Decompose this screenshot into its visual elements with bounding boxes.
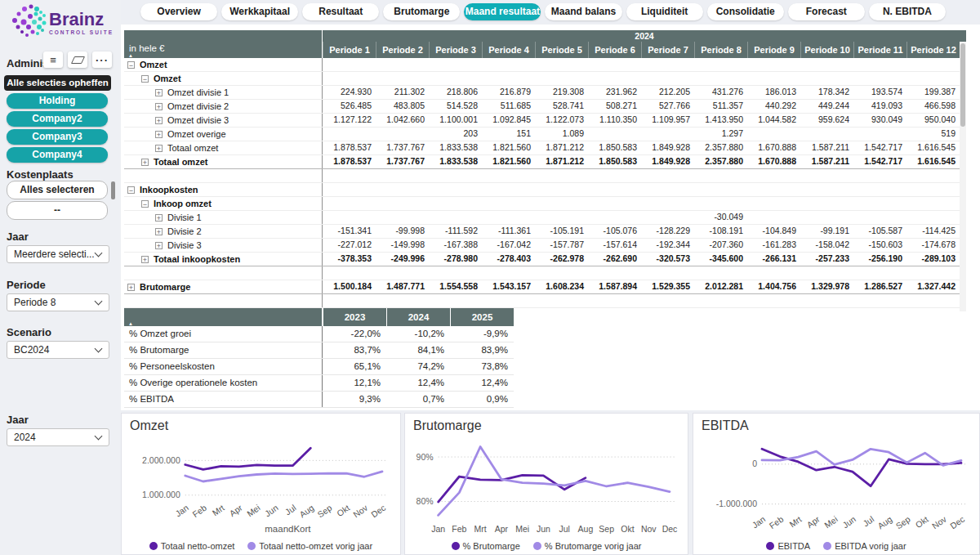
legend-item-ebitda[interactable]: EBITDA [766,541,810,551]
tab-n-ebitda[interactable]: N. EBITDA [869,3,946,20]
row-label[interactable]: −Inkoopkosten [124,183,323,196]
cell: 1.608.234 [535,280,588,293]
scenario-dropdown[interactable]: BC2024 [7,341,109,359]
legend-item-ebitda-vorig-jaar[interactable]: EBITDA vorig jaar [823,541,906,551]
column-header-periode-12[interactable]: Periode 12 [906,42,960,58]
expand-icon[interactable]: + [155,145,163,152]
more-options-icon[interactable]: ··· [92,51,112,68]
expand-icon[interactable]: + [155,242,163,249]
row-label[interactable]: +Omzet overige [124,128,323,141]
row-label[interactable]: +Divisie 3 [124,239,323,252]
cell: -151.341 [323,225,376,238]
column-header-periode-4[interactable]: Periode 4 [482,42,535,58]
expand-icon[interactable]: + [155,131,163,138]
column-header-periode-2[interactable]: Periode 2 [376,42,429,58]
table-scrollbar-track[interactable] [960,42,966,311]
cell: 151 [482,128,535,141]
expand-icon[interactable]: + [155,103,163,110]
column-header-periode-3[interactable]: Periode 3 [429,42,482,58]
sort-ascending-icon[interactable]: ▲ [128,53,133,58]
jaar2-dropdown[interactable]: 2024 [7,428,109,446]
select-all-button[interactable]: Alles selecteren [7,181,108,199]
company-button-company2[interactable]: Company2 [7,111,108,127]
periode-dropdown[interactable]: Periode 8 [7,293,109,311]
row-label[interactable]: +Omzet divisie 1 [124,86,323,99]
column-header-periode-7[interactable]: Periode 7 [641,42,694,58]
year-header-2025[interactable]: 2025 [450,308,514,326]
sort-ascending-icon[interactable]: ▲ [128,321,133,326]
dash-option-button[interactable]: -- [7,201,108,220]
tab-werkkapitaal[interactable]: Werkkapitaal [221,3,298,20]
periode-label: Periode [7,279,46,291]
cell [853,197,906,210]
tab-overview[interactable]: Overview [140,3,217,20]
legend-item-totaal-netto-omzet-vorig-jaar[interactable]: Totaal netto-omzet vorig jaar [247,541,372,551]
tab-maand-resultaat[interactable]: Maand resultaat [464,3,541,20]
row-label[interactable]: −Omzet [124,72,323,85]
row-label[interactable]: +Brutomarge [124,280,323,293]
row-label[interactable]: +Totaal omzet [124,155,323,168]
company-button-company3[interactable]: Company3 [7,129,108,145]
eraser-icon[interactable] [68,51,87,68]
expand-icon[interactable]: + [155,89,163,96]
expand-icon[interactable]: + [141,256,149,263]
cell: -105.587 [853,225,906,238]
collapse-icon[interactable]: − [141,200,149,208]
expand-icon[interactable]: + [155,214,163,222]
legend-item-brutomarge[interactable]: % Brutomarge [452,541,520,551]
company-button-holding[interactable]: Holding [7,93,108,109]
clear-selections-tooltip[interactable]: Alle selecties opheffen [4,75,111,91]
cell [800,308,853,316]
row-label[interactable]: +Totaal inkoopkosten [124,253,323,266]
company-button-company4[interactable]: Company4 [7,147,108,163]
row-label[interactable]: +Divisie 1 [124,211,323,224]
collapse-icon[interactable]: − [127,61,135,69]
jaar-dropdown[interactable]: Meerdere selecti... [7,245,109,263]
legend-item-brutomarge-vorig-jaar[interactable]: % Brutomarge vorig jaar [533,541,642,551]
kostenplaats-scrollbar[interactable] [111,181,115,199]
row-label[interactable]: −Inkoop omzet [124,197,323,210]
collapse-icon[interactable]: − [127,186,135,194]
row-label[interactable]: +Omzet divisie 2 [124,100,323,113]
column-header-periode-1[interactable]: Periode 1 [323,42,376,58]
cell [906,183,960,196]
column-header-periode-9[interactable]: Periode 9 [747,42,800,58]
cell [482,72,535,85]
expand-icon[interactable]: + [155,228,163,235]
expand-icon[interactable]: + [127,284,135,291]
row-label[interactable]: +Totaal omzet [124,141,323,154]
cell [429,72,482,85]
year-header-2023[interactable]: 2023 [323,308,386,326]
tab-resultaat[interactable]: Resultaat [302,3,379,20]
ratio-row-label: % EBITDA [124,392,323,407]
cell [482,211,535,224]
expand-icon[interactable]: + [155,117,163,124]
year-header-2024[interactable]: 2024 [386,308,450,326]
collapse-icon[interactable]: − [141,75,149,83]
legend-item-totaal-netto-omzet[interactable]: Totaal netto-omzet [149,541,235,551]
menu-icon[interactable]: ≡ [43,51,63,68]
table-scrollbar-thumb[interactable] [960,43,965,127]
cell: -167.042 [482,239,535,252]
column-header-periode-10[interactable]: Periode 10 [800,42,853,58]
tab-maand-balans[interactable]: Maand balans [545,3,621,20]
tab-consolidatie[interactable]: Consolidatie [707,3,784,20]
ratio-corner[interactable]: ▲ [124,308,323,326]
cell [641,58,694,71]
column-header-periode-5[interactable]: Periode 5 [535,42,588,58]
column-header-periode-11[interactable]: Periode 11 [853,42,906,58]
row-label-text: Totaal inkoopkosten [154,253,240,266]
column-header-periode-8[interactable]: Periode 8 [694,42,747,58]
column-header-periode-6[interactable]: Periode 6 [588,42,641,58]
tab-brutomarge[interactable]: Brutomarge [383,3,460,20]
tab-liquiditeit[interactable]: Liquiditeit [626,3,703,20]
table-row-omzet-divisie-3: +Omzet divisie 31.127.1221.042.6601.100.… [124,114,966,128]
tab-forecast[interactable]: Forecast [788,3,865,20]
cell: 1.833.538 [429,141,482,154]
expand-icon[interactable]: + [141,159,149,166]
row-label[interactable]: −Omzet [124,58,323,71]
pivot-corner[interactable]: in hele € ▲ [124,42,323,58]
row-label[interactable]: +Divisie 2 [124,225,323,238]
row-label[interactable]: +Omzet divisie 3 [124,114,323,127]
cell: 511.357 [694,100,747,113]
